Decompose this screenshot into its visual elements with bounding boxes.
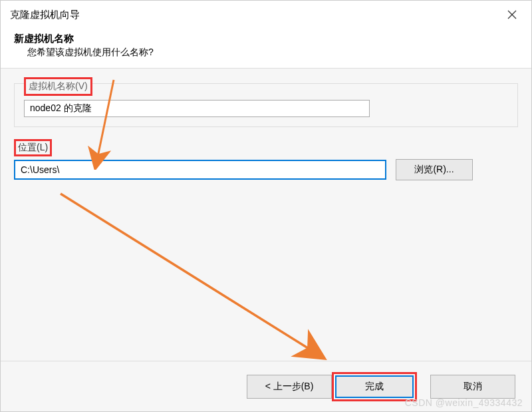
vmname-label: 虚拟机名称(V) [24, 77, 92, 96]
location-input[interactable] [14, 160, 386, 180]
page-title: 新虚拟机名称 [14, 33, 518, 45]
dialog-window: 克隆虚拟机向导 新虚拟机名称 您希望该虚拟机使用什么名称? 虚拟机名称(V) 位… [0, 0, 532, 412]
wizard-footer: < 上一步(B) 完成 取消 [1, 361, 531, 411]
browse-button[interactable]: 浏览(R)... [396, 159, 473, 180]
cancel-button[interactable]: 取消 [430, 375, 515, 399]
svg-line-3 [61, 194, 313, 351]
close-button[interactable] [502, 5, 522, 25]
location-label: 位置(L) [14, 139, 52, 156]
finish-button[interactable]: 完成 [335, 375, 414, 398]
close-icon [507, 10, 517, 19]
vmname-group: 虚拟机名称(V) [14, 83, 518, 127]
window-title: 克隆虚拟机向导 [10, 9, 80, 21]
titlebar: 克隆虚拟机向导 [1, 1, 531, 27]
vmname-input[interactable] [24, 100, 370, 117]
wizard-header: 新虚拟机名称 您希望该虚拟机使用什么名称? [1, 27, 531, 69]
annotation-arrow-2 [54, 188, 333, 361]
location-group: 位置(L) 浏览(R)... [14, 139, 518, 180]
page-subtitle: 您希望该虚拟机使用什么名称? [14, 47, 518, 59]
wizard-content: 虚拟机名称(V) 位置(L) 浏览(R)... [1, 69, 531, 361]
back-button[interactable]: < 上一步(B) [247, 375, 332, 399]
finish-highlight: 完成 [332, 372, 417, 401]
